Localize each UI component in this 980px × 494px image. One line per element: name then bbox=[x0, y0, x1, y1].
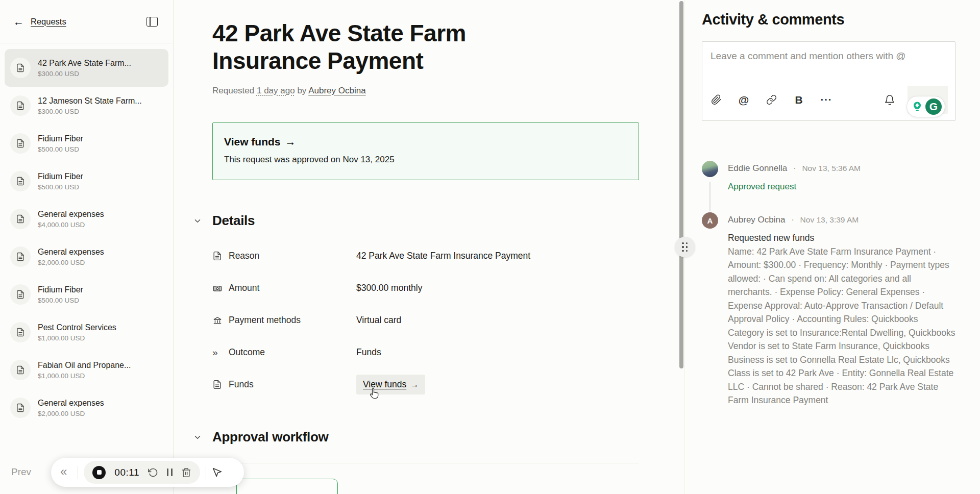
detail-row-outcome: » Outcome Funds bbox=[212, 336, 639, 368]
document-icon bbox=[212, 251, 224, 261]
workflow-section-header: Approval workflow bbox=[193, 429, 639, 445]
request-list-item[interactable]: 12 Jameson St State Farm...$300.00 USD bbox=[5, 87, 168, 125]
dot-separator: · bbox=[791, 215, 794, 225]
request-title: 12 Jameson St State Farm... bbox=[38, 96, 142, 106]
document-icon bbox=[10, 284, 31, 305]
back-arrow-icon: ← bbox=[13, 16, 24, 27]
request-list-item[interactable]: Fidium Fiber$500.00 USD bbox=[5, 162, 168, 200]
request-list: 42 Park Ave State Farm...$300.00 USD 12 … bbox=[0, 43, 173, 427]
banner-subtitle: This request was approved on Nov 13, 202… bbox=[224, 155, 627, 165]
detail-value: Virtual card bbox=[356, 315, 401, 326]
bold-icon[interactable]: B bbox=[793, 94, 804, 106]
request-title: Fidium Fiber bbox=[38, 172, 83, 181]
request-amount: $2,000.00 USD bbox=[38, 410, 104, 417]
view-funds-link[interactable]: View funds → bbox=[356, 375, 425, 394]
requested-time-link[interactable]: 1 day ago bbox=[257, 86, 295, 95]
comment-text: Name: 42 Park Ave State Farm Insurance P… bbox=[728, 245, 955, 407]
request-list-item[interactable]: Fidium Fiber$500.00 USD bbox=[5, 125, 168, 162]
sidebar-header: ← Requests bbox=[0, 0, 173, 43]
document-icon bbox=[10, 398, 31, 418]
document-icon bbox=[10, 133, 31, 154]
document-icon bbox=[212, 380, 224, 389]
chevron-down-icon[interactable] bbox=[193, 433, 212, 442]
restart-recording-icon[interactable] bbox=[148, 467, 158, 478]
request-amount: $500.00 USD bbox=[38, 145, 83, 153]
comment-author[interactable]: Eddie Gonnella bbox=[728, 163, 787, 173]
details-heading: Details bbox=[212, 213, 255, 229]
grip-dots-icon bbox=[682, 242, 688, 252]
bank-icon bbox=[212, 315, 224, 326]
request-list-item[interactable]: Pest Control Services$1,000.00 USD bbox=[5, 313, 168, 351]
by-label: by bbox=[297, 86, 306, 95]
arrow-right-icon: → bbox=[410, 380, 419, 389]
request-title: Fidium Fiber bbox=[38, 285, 83, 294]
attachment-icon[interactable] bbox=[710, 94, 722, 105]
detail-value: Funds bbox=[356, 347, 381, 358]
detail-row-funds: Funds View funds → bbox=[212, 368, 639, 401]
grammarly-suggestion-icon bbox=[911, 101, 923, 113]
grammarly-logo-icon: G bbox=[924, 97, 943, 116]
more-options-icon[interactable]: ··· bbox=[821, 94, 832, 106]
comment-author[interactable]: Aubrey Ocbina bbox=[728, 215, 785, 225]
detail-row-amount: Amount $300.00 monthly bbox=[212, 272, 639, 304]
grammarly-widget[interactable]: G bbox=[906, 96, 945, 117]
back-label: Requests bbox=[31, 17, 66, 27]
comment-composer[interactable]: Leave a comment and mention others with … bbox=[702, 41, 955, 121]
bell-icon[interactable] bbox=[884, 94, 895, 106]
cursor-mode-icon[interactable] bbox=[212, 467, 223, 478]
request-list-item[interactable]: General expenses$4,000.00 USD bbox=[5, 200, 168, 238]
prev-label[interactable]: Prev bbox=[11, 466, 31, 478]
comment-title: Requested new funds bbox=[728, 231, 955, 245]
chevron-down-icon[interactable] bbox=[193, 216, 212, 226]
recording-timer: 00:11 bbox=[114, 467, 139, 478]
double-chevron-icon: » bbox=[212, 348, 224, 357]
detail-label: Amount bbox=[229, 283, 356, 293]
request-amount: $300.00 USD bbox=[38, 70, 131, 78]
request-list-item[interactable]: General expenses$2,000.00 USD bbox=[5, 389, 168, 427]
arrow-right-icon: → bbox=[285, 136, 296, 148]
collapse-toolbar-icon[interactable]: « bbox=[55, 464, 72, 480]
approved-request-text: Approved request bbox=[728, 182, 955, 192]
comment-requested-funds: A Aubrey Ocbina · Nov 13, 3:39 AM Reques… bbox=[702, 212, 955, 407]
link-icon[interactable] bbox=[766, 94, 777, 105]
request-list-item[interactable]: Fidium Fiber$500.00 USD bbox=[5, 276, 168, 313]
request-list-item[interactable]: Fabian Oil and Propane...$1,000.00 USD bbox=[5, 351, 168, 389]
stop-recording-button[interactable] bbox=[92, 466, 106, 479]
banner-view-funds-link[interactable]: View funds → bbox=[224, 136, 627, 148]
approved-banner: View funds → This request was approved o… bbox=[212, 122, 639, 180]
request-list-item[interactable]: 42 Park Ave State Farm...$300.00 USD bbox=[5, 49, 168, 87]
recording-controls: 00:11 bbox=[84, 461, 200, 484]
pause-recording-icon[interactable] bbox=[167, 468, 173, 476]
recording-toolbar: « 00:11 bbox=[51, 458, 244, 487]
back-to-requests-link[interactable]: ← Requests bbox=[13, 16, 66, 27]
request-title: Fabian Oil and Propane... bbox=[38, 361, 131, 370]
avatar[interactable] bbox=[702, 161, 718, 177]
sidebar-collapse-icon[interactable] bbox=[146, 17, 158, 27]
document-icon bbox=[10, 209, 31, 229]
document-icon bbox=[10, 322, 31, 342]
dot-separator: · bbox=[793, 163, 796, 173]
request-title: General expenses bbox=[38, 248, 104, 257]
comment-list: Eddie Gonnella · Nov 13, 5:36 AM Approve… bbox=[702, 161, 955, 407]
workflow-status-chip bbox=[236, 479, 338, 494]
main-scrollbar-thumb[interactable] bbox=[679, 1, 683, 368]
mention-icon[interactable]: @ bbox=[738, 94, 749, 106]
divider bbox=[206, 466, 206, 479]
document-icon bbox=[10, 171, 31, 191]
comment-timestamp: Nov 13, 5:36 AM bbox=[802, 164, 861, 172]
request-title: Pest Control Services bbox=[38, 323, 116, 332]
document-icon bbox=[10, 246, 31, 267]
workflow-card bbox=[203, 463, 639, 494]
delete-recording-icon[interactable] bbox=[181, 467, 191, 478]
details-rows: Reason 42 Park Ave State Farm Insurance … bbox=[212, 240, 639, 401]
detail-row-reason: Reason 42 Park Ave State Farm Insurance … bbox=[212, 240, 639, 272]
request-list-item[interactable]: General expenses$2,000.00 USD bbox=[5, 238, 168, 276]
requester-link[interactable]: Aubrey Ocbina bbox=[308, 86, 365, 95]
panel-resize-handle[interactable] bbox=[675, 237, 695, 257]
request-amount: $2,000.00 USD bbox=[38, 259, 104, 266]
request-amount: $1,000.00 USD bbox=[38, 334, 116, 342]
avatar[interactable]: A bbox=[702, 212, 718, 229]
request-title: General expenses bbox=[38, 399, 104, 408]
request-amount: $500.00 USD bbox=[38, 297, 83, 304]
comment-timestamp: Nov 13, 3:39 AM bbox=[800, 215, 859, 224]
